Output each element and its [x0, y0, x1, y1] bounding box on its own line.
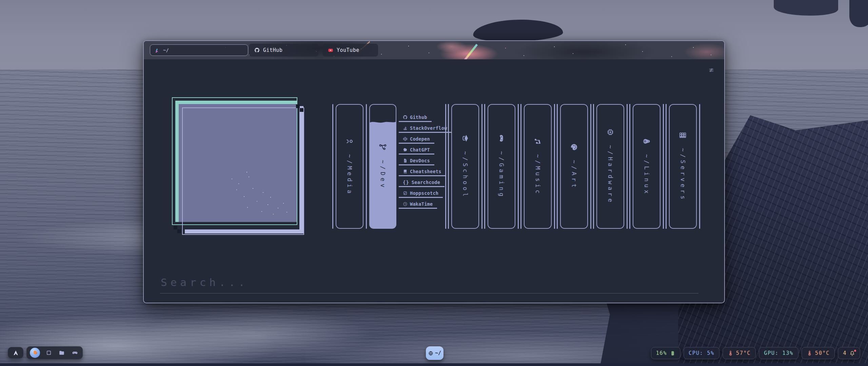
book-label: ~/Music	[534, 154, 541, 196]
globe-icon	[428, 351, 433, 356]
link-cheatsheets[interactable]: Cheatsheets	[399, 167, 446, 176]
notifications-pill[interactable]: 4	[838, 347, 860, 359]
search-input[interactable]	[160, 274, 698, 293]
ram-icon	[670, 350, 675, 356]
git-branch-icon	[379, 143, 387, 151]
search-bar	[160, 274, 698, 293]
thermometer-icon	[807, 350, 812, 356]
github-icon	[254, 47, 260, 53]
link-codepen[interactable]: Codepen	[399, 135, 434, 144]
book-label: ~/Dev	[379, 160, 386, 190]
book-hardware[interactable]: ~/Hardware	[596, 104, 624, 229]
banner-stars	[144, 41, 144, 42]
desktop: ~/ GitHub YouTube	[0, 0, 868, 366]
book-label: ~/Gaming	[498, 151, 505, 199]
folder-icon[interactable]	[57, 348, 66, 357]
shelf-divider	[445, 104, 449, 229]
braces-icon: {}	[403, 180, 409, 185]
stat-value: CPU: 5%	[689, 350, 714, 356]
book-label: ~/Linux	[643, 154, 650, 196]
chip-icon	[606, 128, 614, 136]
frame-corner-handle	[300, 108, 303, 112]
battery-stat-pill: 16%	[651, 347, 681, 359]
youtube-icon	[328, 47, 333, 53]
book-gaming[interactable]: ~/Gaming	[488, 104, 515, 229]
shelf-divider	[518, 104, 521, 229]
app-launcher-button[interactable]	[8, 347, 23, 359]
rock-silhouette	[849, 0, 868, 27]
shelf-divider	[699, 104, 700, 229]
shelf-divider	[554, 104, 558, 229]
link-devdocs[interactable]: DevDocs	[399, 157, 434, 165]
dock	[26, 346, 83, 359]
gamepad-icon[interactable]	[71, 348, 79, 357]
shelf-divider	[332, 104, 333, 229]
active-window-button[interactable]: ~/	[426, 346, 443, 360]
tab-label: GitHub	[263, 47, 282, 53]
link-github[interactable]: Github	[399, 113, 432, 122]
cpu-stat-pill: CPU: 5%	[684, 347, 719, 359]
book-art[interactable]: ~/Art	[560, 104, 588, 229]
frame-outline-lavender	[182, 107, 304, 235]
panel-edge-strip	[0, 363, 868, 366]
notification-count: 4	[843, 350, 847, 356]
notification-badge-dot	[854, 350, 856, 352]
chat-bubble-icon	[403, 147, 408, 152]
clock-icon	[403, 202, 408, 206]
github-icon	[403, 115, 408, 120]
media-person-icon	[346, 137, 354, 145]
book-label: ~/Hardware	[607, 145, 614, 204]
thermometer-icon	[728, 350, 733, 356]
frame-corner-handle	[177, 229, 181, 233]
tab-label: YouTube	[337, 47, 359, 53]
link-chatgpt[interactable]: ChatGPT	[399, 146, 434, 155]
book-label: ~/Art	[571, 160, 577, 190]
document-icon	[403, 158, 408, 163]
book-icon	[403, 169, 408, 174]
bookshelf: ~/Media ~/Dev Github StackOverflow Codep…	[332, 104, 700, 229]
school-icon	[461, 134, 469, 142]
system-stats: 16% CPU: 5% 57°C GPU: 13% 50°C 4	[651, 347, 860, 359]
stackoverflow-icon	[403, 126, 408, 130]
browser-window: ~/ GitHub YouTube	[143, 40, 725, 303]
sliders-icon[interactable]	[709, 67, 719, 76]
cpu-temp-pill: 57°C	[723, 347, 756, 359]
link-searchcode[interactable]: {}Searchcode	[399, 178, 445, 187]
link-stackoverflow[interactable]: StackOverflow	[399, 124, 452, 133]
shelf-divider	[481, 104, 485, 229]
book-linux[interactable]: ~/Linux	[633, 104, 660, 229]
stat-value: GPU: 13%	[764, 350, 793, 356]
book-music[interactable]: ~/Music	[524, 104, 552, 229]
book-label: ~/Servers	[679, 148, 686, 202]
palette-icon	[570, 143, 578, 151]
shelf-divider	[663, 104, 667, 229]
tab-youtube[interactable]: YouTube	[322, 44, 378, 57]
music-note-icon	[534, 137, 542, 145]
tux-icon	[643, 137, 651, 145]
firefox-icon[interactable]	[30, 348, 40, 358]
link-wakatime[interactable]: WakaTime	[399, 200, 437, 209]
stat-value: 16%	[656, 350, 667, 356]
window-icon[interactable]	[44, 348, 53, 357]
book-dev-open[interactable]: ~/Dev	[369, 104, 396, 229]
dev-links-panel: Github StackOverflow Codepen ChatGPT Dev…	[399, 104, 443, 229]
codepen-icon	[403, 137, 408, 141]
gpu-stat-pill: GPU: 13%	[759, 347, 798, 359]
stat-value: 57°C	[736, 350, 751, 356]
server-rack-icon	[679, 131, 687, 139]
hoppscotch-icon	[403, 191, 408, 196]
book-label: ~/Media	[346, 154, 353, 196]
address-bar-value: ~/	[163, 47, 169, 53]
shelf-divider	[590, 104, 594, 229]
tab-github[interactable]: GitHub	[249, 44, 318, 57]
link-hoppscotch[interactable]: Hoppscotch	[399, 189, 443, 198]
book-servers[interactable]: ~/Servers	[669, 104, 697, 229]
tab-bar: ~/ GitHub YouTube	[144, 41, 724, 59]
book-media[interactable]: ~/Media	[336, 104, 363, 229]
book-school[interactable]: ~/School	[451, 104, 479, 229]
shelf-divider	[627, 104, 630, 229]
gpu-temp-pill: 50°C	[802, 347, 835, 359]
address-bar[interactable]: ~/	[150, 44, 248, 56]
stat-value: 50°C	[815, 350, 830, 356]
gamepad-icon	[497, 134, 506, 142]
